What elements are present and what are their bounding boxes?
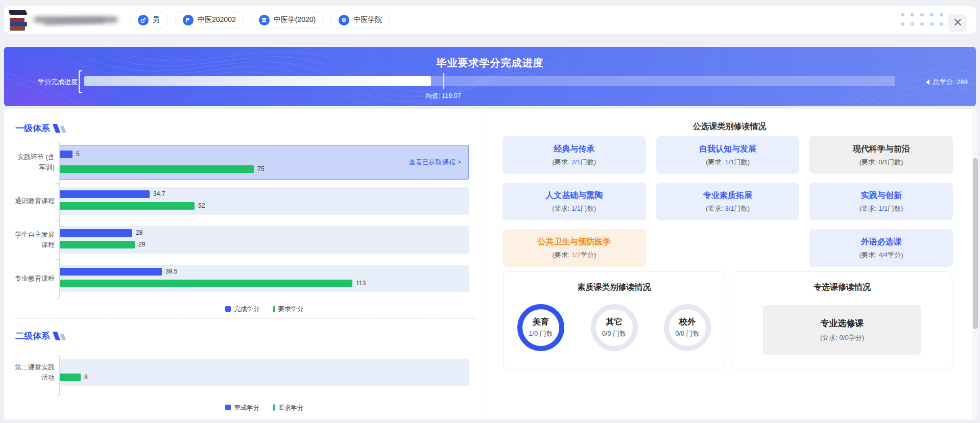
bar-value-label: 5 [76, 151, 80, 158]
chart-category-label: 专业教育课程 [6, 265, 55, 292]
section-header-level2: 二级体系 [15, 330, 65, 342]
scrollbar-track[interactable] [972, 109, 978, 419]
graduation-progress-banner: 毕业要求学分完成进度 学分完成进度 115 总学分: 269 均值: 119.0… [4, 47, 976, 106]
bar-value-label: 52 [198, 202, 205, 210]
slash-icon [53, 332, 60, 340]
chart-category-label: 实践环节 (含军训) [6, 145, 55, 180]
average-credits: 均值: 119.07 [425, 92, 461, 101]
chart-category-label: 第二课堂实践活动 [6, 359, 55, 386]
bar-value-label: 75 [257, 165, 264, 173]
elective-card-name: 专业素质拓展 [703, 190, 752, 201]
bar-value-label: 39.5 [165, 268, 177, 276]
legend-completed[interactable]: 完成学分 [225, 305, 260, 314]
axis-tick [56, 183, 59, 184]
credit-progress-fill [84, 76, 431, 86]
main-content: 一级体系 查看已获取课程 >实践环节 (含军训)575通识教育课程34.752学… [4, 109, 976, 419]
average-value: 119.07 [442, 92, 461, 99]
elective-card[interactable]: 公共卫生与预防医学(要求: 1/2学分) [503, 229, 646, 267]
bar-value-label: 34.7 [153, 190, 165, 198]
class-flag-icon [183, 15, 194, 26]
elective-card-requirement: (要求: 0/1门数) [859, 158, 903, 167]
elective-card-requirement: (要求: 1/1门数) [859, 204, 903, 213]
view-earned-courses-link[interactable]: 查看已获取课程 > [409, 158, 461, 167]
required-credits-bar [60, 374, 81, 381]
total-credits-label: 总学分: [933, 78, 955, 86]
special-electives-title: 专选课修读情况 [732, 282, 952, 293]
major-elective-req: (要求: 0/0学分) [820, 333, 864, 342]
chart-row-highlighted[interactable]: 查看已获取课程 > [60, 145, 469, 180]
elective-card-name: 公共卫生与预防医学 [537, 237, 611, 247]
elective-card-empty [656, 229, 800, 267]
legend-completed[interactable]: 完成学分 [225, 404, 260, 412]
elective-card-requirement: (要求: 1/1门数) [552, 204, 596, 213]
badge-gender-label: 男 [153, 15, 160, 24]
elective-card[interactable]: 经典与传承(要求: 2/1门数) [503, 136, 646, 174]
chart-category-label: 通识教育课程 [6, 187, 55, 215]
elective-card-name: 实践与创新 [861, 190, 902, 201]
average-marker [443, 73, 444, 89]
elective-card-name: 现代科学与前沿 [853, 144, 910, 155]
quality-circle-value: 1/0 门数 [529, 329, 553, 338]
section-header-level1: 一级体系 [15, 122, 65, 134]
elective-card-requirement: (要求: 2/1门数) [552, 158, 596, 167]
quality-circle-inactive: 其它0/0 门数 [591, 304, 638, 351]
total-credits: 总学分: 269 [926, 78, 968, 87]
completed-credits-bar [60, 268, 162, 276]
section-level2-title: 二级体系 [15, 330, 50, 342]
elective-card[interactable]: 人文基础与熏陶(要求: 1/1门数) [503, 183, 646, 220]
quality-circle-value: 0/0 门数 [602, 329, 627, 338]
axis-tick [56, 220, 59, 221]
elective-card[interactable]: 外语必选课(要求: 4/4学分) [809, 229, 953, 267]
legend-required[interactable]: 要求学分 [273, 404, 304, 412]
close-button[interactable] [948, 14, 967, 32]
credit-progress-track: 115 [84, 76, 895, 86]
progress-start-bracket [79, 70, 82, 93]
elective-card[interactable]: 现代科学与前沿(要求: 0/1门数) [809, 136, 953, 174]
axis-tick [56, 395, 59, 395]
major-elective-name: 专业选修课 [821, 317, 864, 329]
completed-credits-bar [60, 190, 150, 198]
elective-card[interactable]: 专业素质拓展(要求: 3/1门数) [656, 183, 800, 220]
total-credits-value: 269 [957, 78, 968, 86]
bar-value-label: 113 [356, 280, 366, 287]
axis-tick [56, 356, 59, 356]
badge-gender: 男 [130, 11, 168, 29]
electives-title: 公选课类别修读情况 [488, 121, 971, 132]
quality-circles: 美育1/0 门数其它0/0 门数校外0/0 门数 [504, 304, 725, 351]
elective-card[interactable]: 自我认知与发展(要求: 1/1门数) [656, 136, 800, 174]
average-label: 均值: [425, 92, 440, 99]
student-avatar [9, 9, 28, 31]
legend-required-swatch [273, 404, 275, 411]
elective-card-name: 经典与传承 [554, 144, 594, 155]
legend-required[interactable]: 要求学分 [273, 305, 304, 314]
dots-decoration [897, 8, 944, 29]
axis-tick [56, 142, 59, 142]
quality-circle-inactive: 校外0/0 门数 [664, 304, 711, 351]
badge-class-label: 中医202002 [198, 15, 236, 24]
chart-row[interactable] [60, 359, 469, 386]
elective-card-name: 外语必选课 [861, 237, 902, 247]
major-books-icon [259, 15, 270, 26]
scrollbar-thumb[interactable] [973, 158, 978, 329]
bar-value-label: 8 [84, 374, 88, 381]
chart-legend: 完成学分要求学分 [60, 404, 469, 412]
elective-card[interactable]: 实践与创新(要求: 1/1门数) [809, 183, 953, 220]
axis-tick [56, 298, 59, 298]
elective-card-requirement: (要求: 1/2学分) [552, 251, 596, 260]
bar-value-label: 28 [136, 229, 142, 237]
elective-card-name: 自我认知与发展 [699, 144, 756, 155]
legend-completed-swatch [225, 405, 231, 410]
progress-bar-label: 学分完成进度 [37, 78, 78, 87]
elective-card-requirement: (要求: 1/1门数) [706, 158, 750, 167]
triangle-left-icon [926, 80, 929, 85]
quality-circle-name: 其它 [606, 317, 623, 328]
chart-legend: 完成学分要求学分 [60, 305, 469, 314]
special-electives-card: 专选课修读情况 专业选修课 (要求: 0/0学分) [732, 271, 952, 369]
quality-courses-title: 素质课类别修读情况 [504, 282, 725, 293]
badge-major-label: 中医学(2020) [274, 15, 316, 24]
student-badges: 男 中医202002 中医学(2020) 中医学院 [130, 11, 390, 29]
axis-tick [56, 259, 59, 260]
male-icon [138, 15, 149, 26]
banner-title: 毕业要求学分完成进度 [4, 56, 976, 70]
required-credits-bar [60, 280, 352, 287]
